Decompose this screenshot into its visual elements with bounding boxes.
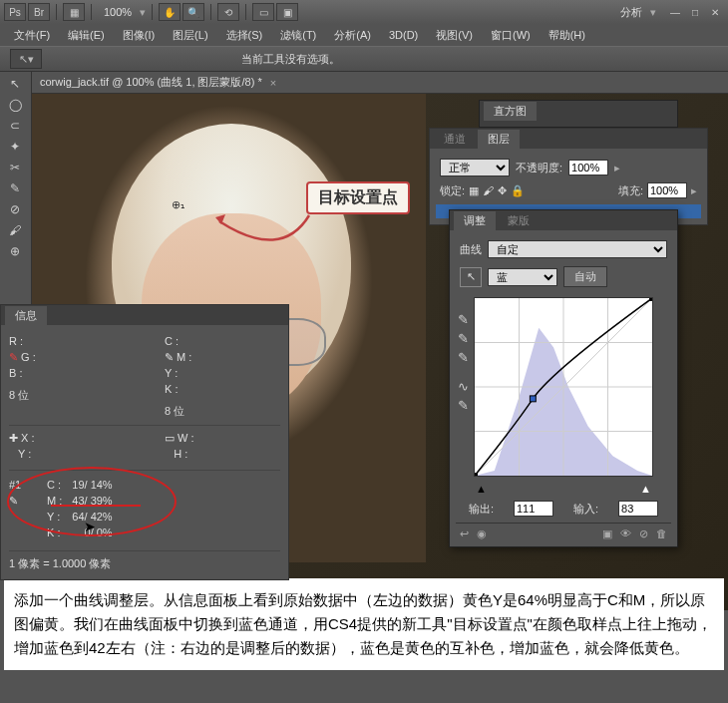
options-message: 当前工具没有选项。 bbox=[241, 52, 340, 67]
options-bar: ↖▾ 当前工具没有选项。 bbox=[0, 46, 728, 72]
move-tool-icon[interactable]: ↖ bbox=[2, 74, 28, 94]
lasso-tool-icon[interactable]: ⊂ bbox=[2, 116, 28, 136]
minimize-icon[interactable]: — bbox=[666, 5, 684, 19]
target-adjust-tool-icon[interactable]: ↖ bbox=[460, 267, 482, 287]
stamp-tool-icon[interactable]: ⊕ bbox=[2, 241, 28, 261]
input-input[interactable] bbox=[618, 501, 658, 517]
tab-channels[interactable]: 通道 bbox=[434, 130, 476, 149]
title-bar: Ps Br ▦ 100%▾ ✋ 🔍 ⟲ ▭ ▣ 分析▾ — □ ✕ bbox=[0, 0, 728, 24]
opacity-input[interactable] bbox=[568, 160, 608, 176]
menu-edit[interactable]: 编辑(E) bbox=[60, 26, 113, 45]
info-panel: 信息 R : ✎ G : B : 8 位 C : ✎ M : Y : K : 8… bbox=[0, 304, 289, 580]
color-sampler-1: ⊕₁ bbox=[172, 198, 184, 211]
histogram-panel[interactable]: 直方图 bbox=[479, 100, 678, 128]
zoom-level[interactable]: 100% bbox=[98, 6, 138, 18]
lock-pixels-icon[interactable]: 🖌 bbox=[483, 184, 494, 196]
fill-input[interactable] bbox=[647, 182, 687, 198]
blend-mode-select[interactable]: 正常 bbox=[440, 159, 510, 176]
tool-preset-icon[interactable]: ↖▾ bbox=[10, 49, 42, 69]
menu-3d[interactable]: 3D(D) bbox=[381, 27, 426, 43]
edit-points-icon[interactable]: ∿ bbox=[458, 379, 474, 395]
rotate-icon[interactable]: ⟲ bbox=[217, 3, 239, 21]
white-slider-icon[interactable]: ▲ bbox=[640, 483, 651, 495]
tab-layers[interactable]: 图层 bbox=[478, 130, 520, 149]
adj-eye-icon[interactable]: 👁 bbox=[620, 527, 631, 540]
tab-masks[interactable]: 蒙版 bbox=[498, 211, 540, 230]
output-input[interactable] bbox=[514, 501, 553, 517]
menu-window[interactable]: 窗口(W) bbox=[483, 26, 539, 45]
screen-mode-icon[interactable]: ▣ bbox=[276, 3, 298, 21]
bridge-icon[interactable]: Br bbox=[28, 3, 50, 21]
draw-curve-icon[interactable]: ✎ bbox=[458, 398, 474, 414]
wand-tool-icon[interactable]: ✦ bbox=[2, 137, 28, 157]
opacity-label: 不透明度: bbox=[516, 161, 562, 176]
brush-tool-icon[interactable]: 🖌 bbox=[2, 220, 28, 240]
sample-c-value: 19/ 14% bbox=[72, 477, 112, 493]
lock-transparent-icon[interactable]: ▦ bbox=[469, 184, 479, 197]
curves-graph[interactable] bbox=[474, 297, 653, 477]
annotation-underline bbox=[51, 505, 141, 507]
menu-bar: 文件(F) 编辑(E) 图像(I) 图层(L) 选择(S) 滤镜(T) 分析(A… bbox=[0, 24, 728, 46]
black-slider-icon[interactable]: ▲ bbox=[476, 483, 487, 495]
menu-select[interactable]: 选择(S) bbox=[218, 26, 271, 45]
auto-button[interactable]: 自动 bbox=[563, 266, 607, 287]
eyedropper-black-icon[interactable]: ✎ bbox=[458, 312, 474, 328]
arrange-icon[interactable]: ▭ bbox=[252, 3, 274, 21]
info-footer: 1 像素 = 1.0000 像素 bbox=[9, 550, 280, 571]
menu-image[interactable]: 图像(I) bbox=[115, 26, 163, 45]
adj-reset-icon[interactable]: ⊘ bbox=[639, 527, 648, 540]
lock-all-icon[interactable]: 🔒 bbox=[511, 184, 525, 197]
adjustments-panel: 调整 蒙版 曲线 自定 ↖ 蓝 自动 ✎ ✎ ✎ ∿ ✎ bbox=[449, 209, 678, 547]
fill-label: 填充: bbox=[618, 183, 643, 198]
lock-position-icon[interactable]: ✥ bbox=[498, 184, 507, 197]
eyedropper-tool-icon[interactable]: ✎ bbox=[2, 178, 28, 198]
adj-delete-icon[interactable]: 🗑 bbox=[656, 527, 667, 540]
cursor-icon: ➤ bbox=[84, 519, 96, 534]
healing-tool-icon[interactable]: ⊘ bbox=[2, 199, 28, 219]
output-label: 输出: bbox=[469, 502, 494, 517]
curves-label: 曲线 bbox=[460, 242, 482, 257]
marquee-tool-icon[interactable]: ◯ bbox=[2, 95, 28, 115]
zoom-icon[interactable]: 🔍 bbox=[182, 3, 204, 21]
workspace-menu[interactable]: 分析 bbox=[614, 5, 648, 20]
ps-icon[interactable]: Ps bbox=[4, 3, 26, 21]
svg-rect-8 bbox=[530, 396, 536, 402]
maximize-icon[interactable]: □ bbox=[686, 5, 704, 19]
menu-help[interactable]: 帮助(H) bbox=[541, 26, 593, 45]
tab-histogram[interactable]: 直方图 bbox=[484, 102, 537, 121]
crop-tool-icon[interactable]: ✂ bbox=[2, 158, 28, 177]
tab-info[interactable]: 信息 bbox=[5, 306, 47, 325]
document-tab[interactable]: corwig_jack.tif @ 100% (曲线 1, 图层蒙版/8) * … bbox=[32, 72, 728, 94]
hand-icon[interactable]: ✋ bbox=[159, 3, 181, 21]
adj-return-icon[interactable]: ↩ bbox=[460, 527, 469, 540]
menu-layer[interactable]: 图层(L) bbox=[165, 26, 215, 45]
adj-view-icon[interactable]: ◉ bbox=[477, 527, 487, 540]
tutorial-caption: 添加一个曲线调整层。从信息面板上看到原始数据中（左边的数据）黄色Y是64%明显高… bbox=[4, 578, 724, 670]
eyedropper-white-icon[interactable]: ✎ bbox=[458, 350, 474, 366]
channel-select[interactable]: 蓝 bbox=[488, 268, 557, 286]
svg-rect-7 bbox=[475, 473, 478, 476]
callout-label: 目标设置点 bbox=[306, 181, 410, 214]
menu-view[interactable]: 视图(V) bbox=[428, 26, 481, 45]
view-extras-icon[interactable]: ▦ bbox=[63, 3, 85, 21]
input-label: 输入: bbox=[573, 502, 598, 517]
close-tab-icon[interactable]: × bbox=[270, 77, 276, 89]
menu-filter[interactable]: 滤镜(T) bbox=[272, 26, 324, 45]
curves-preset-select[interactable]: 自定 bbox=[488, 240, 667, 258]
close-icon[interactable]: ✕ bbox=[706, 5, 724, 19]
lock-label: 锁定: bbox=[440, 183, 465, 198]
adj-clip-icon[interactable]: ▣ bbox=[602, 527, 612, 540]
tab-adjustments[interactable]: 调整 bbox=[454, 211, 496, 230]
menu-analysis[interactable]: 分析(A) bbox=[326, 26, 379, 45]
menu-file[interactable]: 文件(F) bbox=[6, 26, 58, 45]
svg-rect-9 bbox=[649, 298, 652, 301]
eyedropper-gray-icon[interactable]: ✎ bbox=[458, 331, 474, 347]
document-title: corwig_jack.tif @ 100% (曲线 1, 图层蒙版/8) * bbox=[40, 75, 262, 90]
